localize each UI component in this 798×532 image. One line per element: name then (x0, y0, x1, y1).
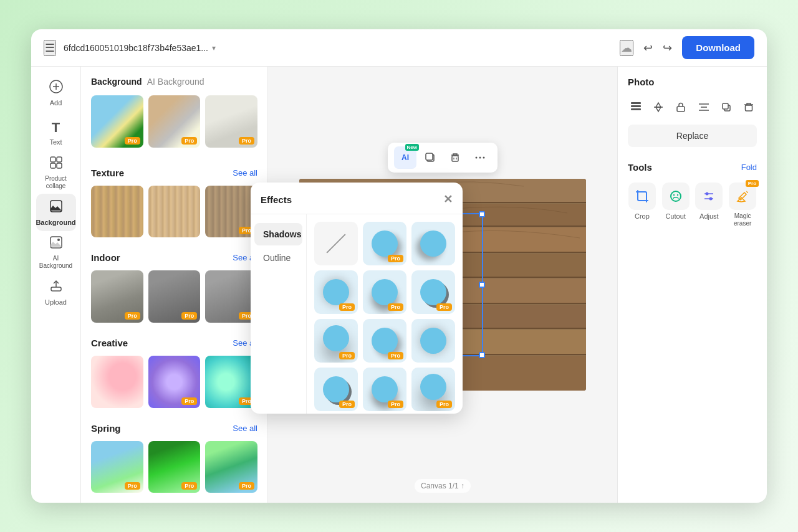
ai-enhance-button[interactable]: AI New (394, 146, 416, 169)
creative-thumb-1[interactable] (91, 356, 143, 408)
pro-badge: Pro (339, 303, 355, 311)
svg-rect-43 (631, 108, 641, 110)
sidebar-item-add[interactable]: Add (36, 74, 76, 112)
background-thumb-arch[interactable]: Pro (148, 95, 201, 148)
svg-rect-10 (51, 287, 61, 291)
effect-shadow-9[interactable]: Pro (314, 368, 358, 411)
spring-see-all[interactable]: See all (233, 424, 257, 433)
effect-shadow-3[interactable]: Pro (314, 270, 358, 314)
svg-rect-36 (452, 156, 458, 161)
trash-icon[interactable] (741, 97, 757, 117)
svg-rect-4 (57, 157, 62, 162)
none-line (326, 234, 345, 253)
crop-icon (628, 183, 656, 210)
ai-label: AI (401, 153, 409, 162)
tab-background[interactable]: Background (91, 77, 142, 88)
svg-point-56 (706, 192, 709, 196)
indoor-thumb-2[interactable]: Pro (148, 270, 201, 323)
spring-thumb-3[interactable]: Pro (205, 441, 257, 493)
tool-crop[interactable]: Crop (628, 183, 656, 227)
cloud-save-button[interactable]: ☁ (620, 40, 633, 56)
texture-thumb-3[interactable]: Pro (205, 186, 257, 238)
resize-handle-br[interactable] (479, 352, 485, 358)
pro-badge: Pro (239, 482, 254, 490)
effect-tab-outline[interactable]: Outline (254, 247, 302, 269)
texture-thumb-2[interactable] (148, 186, 201, 238)
tool-cutout[interactable]: Cutout (661, 183, 690, 227)
effect-shadow-11[interactable]: Pro (411, 368, 455, 411)
resize-handle-tr[interactable] (479, 211, 485, 217)
sidebar-item-ai-background[interactable]: AI Background (36, 234, 76, 271)
svg-rect-3 (50, 157, 55, 162)
duplicate-button[interactable] (419, 146, 441, 169)
effects-sidebar: Shadows Outline (251, 214, 307, 414)
background-tabs: Background AI Background (91, 77, 257, 88)
spring-thumb-2[interactable]: Pro (148, 441, 201, 493)
svg-point-53 (673, 194, 674, 196)
filename-display[interactable]: 6fdcd160051019bc18f73b4fe53ae1... ▾ (64, 43, 612, 53)
spring-thumb-1[interactable]: Pro (91, 441, 143, 493)
svg-rect-42 (631, 105, 641, 107)
download-button[interactable]: Download (682, 36, 754, 59)
effect-shadow-1[interactable]: Pro (363, 222, 406, 265)
lock-icon[interactable] (673, 97, 689, 117)
tab-ai-background[interactable]: AI Background (147, 77, 204, 88)
delete-button[interactable] (444, 146, 466, 169)
effect-shadow-4[interactable]: Pro (363, 270, 406, 314)
effect-shadow-8[interactable] (411, 319, 455, 363)
canvas-page-indicator: Canvas 1/1 ↑ (421, 482, 464, 490)
svg-rect-35 (426, 153, 433, 160)
indoor-thumb-3[interactable]: Pro (205, 270, 257, 323)
effect-shadow-10[interactable]: Pro (363, 368, 406, 411)
tool-adjust[interactable]: Adjust (695, 183, 724, 227)
texture-section-header: Texture See all (91, 168, 257, 178)
more-options-button[interactable] (469, 146, 491, 169)
align-icon[interactable] (696, 97, 712, 117)
svg-point-9 (57, 239, 60, 241)
pro-badge: Pro (181, 137, 197, 145)
indoor-thumb-1[interactable]: Pro (91, 270, 143, 323)
shadow-circle-7 (372, 328, 398, 354)
effects-panel: Effects ✕ Shadows Outline Pro (251, 183, 463, 414)
pro-badge: Pro (388, 401, 403, 408)
creative-thumb-2[interactable]: Pro (148, 356, 201, 408)
background-thumb-mosque[interactable]: Pro (91, 95, 143, 148)
background-thumb-niche[interactable]: Pro (205, 95, 257, 148)
effect-none[interactable] (314, 222, 358, 265)
pro-badge: Pro (388, 303, 403, 311)
effects-close-button[interactable]: ✕ (443, 192, 453, 206)
pro-badge: Pro (388, 352, 403, 359)
fold-link[interactable]: Fold (741, 163, 757, 172)
flip-icon[interactable] (650, 97, 666, 117)
effect-tab-shadows[interactable]: Shadows (254, 223, 302, 245)
resize-handle-mr[interactable] (479, 282, 485, 288)
sidebar-item-upload[interactable]: Upload (36, 273, 76, 311)
redo-button[interactable]: ↪ (663, 41, 672, 55)
filename-text: 6fdcd160051019bc18f73b4fe53ae1... (64, 43, 208, 53)
spring-title: Spring (91, 423, 121, 434)
effect-shadow-7[interactable]: Pro (363, 319, 406, 363)
texture-thumb-1[interactable] (91, 186, 143, 238)
texture-see-all[interactable]: See all (233, 168, 257, 178)
menu-button[interactable]: ☰ (44, 40, 56, 56)
tools-header: Tools Fold (618, 157, 767, 178)
right-panel-title: Photo (618, 67, 767, 92)
undo-button[interactable]: ↩ (643, 41, 653, 55)
shadow-circle-1 (372, 230, 398, 257)
svg-point-52 (671, 191, 681, 201)
add-icon (49, 80, 63, 97)
creative-thumb-3[interactable]: Pro (205, 356, 257, 408)
effect-shadow-5[interactable]: Pro (411, 270, 455, 314)
shadow-circle-6 (323, 325, 349, 351)
sidebar-item-text[interactable]: T Text (36, 114, 76, 151)
effect-shadow-2[interactable] (411, 222, 455, 265)
copy-icon[interactable] (718, 97, 734, 117)
shadow-circle-3 (323, 279, 349, 305)
replace-button[interactable]: Replace (628, 125, 757, 147)
pro-badge: Pro (125, 482, 140, 490)
layers-icon[interactable] (628, 97, 644, 117)
sidebar-item-product-collage[interactable]: Product collage (36, 154, 76, 191)
effect-shadow-6[interactable]: Pro (314, 319, 358, 363)
tool-magic-eraser[interactable]: Pro Magic eraser (728, 183, 757, 227)
sidebar-item-background[interactable]: Background (36, 194, 76, 231)
